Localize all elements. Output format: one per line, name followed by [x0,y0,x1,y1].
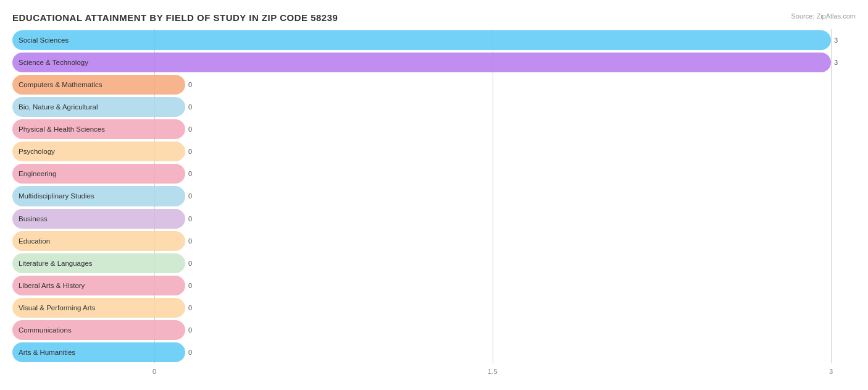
bar-fill [12,30,831,50]
bar-value: 3 [834,59,838,66]
x-axis: 01.53 [154,363,831,379]
bar-label: Social Sciences [19,36,69,44]
bar-label: Psychology [19,148,55,155]
bar-row: Physical & Health Sciences0 [12,118,856,140]
chart-source: Source: ZipAtlas.com [791,12,856,20]
x-tick: 1.5 [488,368,497,375]
bar-row: Arts & Humanities0 [12,341,856,363]
bar-value: 3 [834,36,838,44]
bar-row: Communications0 [12,319,856,341]
bar-value: 0 [188,237,192,245]
chart-area: Social Sciences3Science & Technology3Com… [12,29,856,351]
bar-label: Liberal Arts & History [19,282,85,289]
bar-row: Psychology0 [12,140,856,163]
bar-row: Computers & Mathematics0 [12,74,856,96]
bar-value: 0 [188,103,192,111]
x-tick: 0 [152,368,156,375]
bar-label: Engineering [19,170,56,177]
bar-value: 0 [188,260,192,267]
bar-label: Bio, Nature & Agricultural [19,103,98,111]
bar-value: 0 [188,349,192,356]
bar-label: Physical & Health Sciences [19,125,105,133]
bar-label: Education [19,237,50,245]
bar-value: 0 [188,81,192,88]
bar-row: Science & Technology3 [12,51,856,74]
x-tick: 3 [829,368,833,375]
bar-label: Arts & Humanities [19,349,75,356]
bar-label: Literature & Languages [19,260,93,267]
bar-row: Literature & Languages0 [12,252,856,274]
bar-value: 0 [188,215,192,223]
bar-value: 0 [188,326,192,334]
bar-value: 0 [188,125,192,133]
bar-value: 0 [188,192,192,200]
bar-label: Computers & Mathematics [19,81,102,88]
bar-row: Bio, Nature & Agricultural0 [12,96,856,118]
chart-container: EDUCATIONAL ATTAINMENT BY FIELD OF STUDY… [0,0,868,390]
bar-row: Social Sciences3 [12,29,856,51]
bar-row: Liberal Arts & History0 [12,274,856,297]
bar-row: Engineering0 [12,163,856,185]
bar-label: Visual & Performing Arts [19,304,95,312]
bar-value: 0 [188,304,192,312]
chart-title: EDUCATIONAL ATTAINMENT BY FIELD OF STUDY… [12,12,856,23]
bar-value: 0 [188,170,192,177]
bar-row: Education0 [12,230,856,252]
bar-container: Social Sciences3Science & Technology3Com… [12,29,856,363]
bar-label: Multidisciplinary Studies [19,192,94,200]
bar-row: Multidisciplinary Studies0 [12,185,856,207]
bar-label: Business [19,215,48,223]
bar-label: Science & Technology [19,59,88,66]
bar-row: Business0 [12,208,856,230]
bar-value: 0 [188,282,192,289]
bar-fill [12,53,831,72]
bar-value: 0 [188,148,192,155]
bar-label: Communications [19,326,72,334]
bar-row: Visual & Performing Arts0 [12,297,856,319]
